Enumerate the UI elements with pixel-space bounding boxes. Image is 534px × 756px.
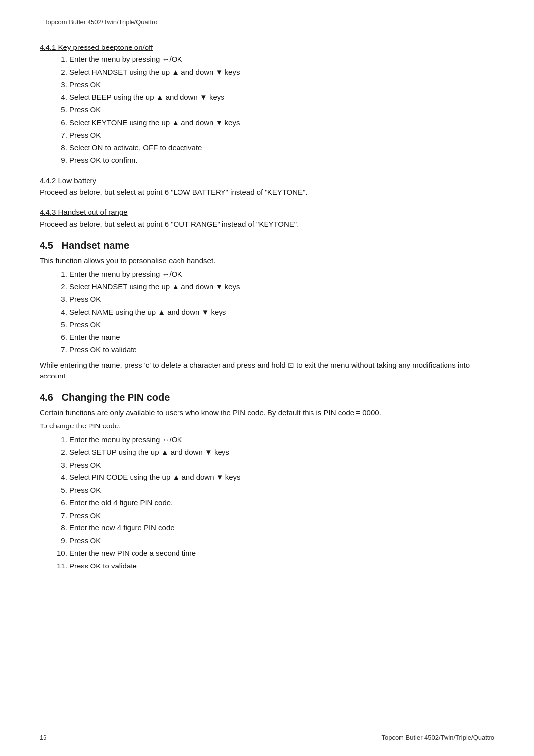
- list-item: Press OK to validate: [69, 344, 494, 356]
- list-item: Press OK: [69, 319, 494, 331]
- list-item: Select NAME using the up ▲ and down ▼ ke…: [69, 307, 494, 318]
- section-443: 4.4.3 Handset out of range Proceed as be…: [40, 208, 494, 230]
- list-item: Press OK to validate: [69, 561, 494, 572]
- list-item: Press OK: [69, 79, 494, 91]
- list-item: Enter the menu by pressing ↔/OK: [69, 269, 494, 280]
- list-item: Press OK: [69, 460, 494, 471]
- section-46-steps: Enter the menu by pressing ↔/OK Select S…: [69, 434, 494, 572]
- list-item: Press OK: [69, 535, 494, 547]
- section-442-body: Proceed as before, but select at point 6…: [40, 187, 494, 198]
- section-441-steps: Enter the menu by pressing ↔/OK Select H…: [69, 54, 494, 166]
- list-item: Select SETUP using the up ▲ and down ▼ k…: [69, 447, 494, 458]
- list-item: Select KEYTONE using the up ▲ and down ▼…: [69, 117, 494, 129]
- section-46-heading: 4.6 Changing the PIN code: [40, 392, 494, 403]
- section-45-steps: Enter the menu by pressing ↔/OK Select H…: [69, 269, 494, 356]
- list-item: Select HANDSET using the up ▲ and down ▼…: [69, 282, 494, 293]
- list-item: Enter the menu by pressing ↔/OK: [69, 54, 494, 65]
- section-442: 4.4.2 Low battery Proceed as before, but…: [40, 176, 494, 198]
- section-46-intro2: To change the PIN code:: [40, 421, 494, 432]
- list-item: Enter the new PIN code a second time: [69, 548, 494, 559]
- page: Topcom Butler 4502/Twin/Triple/Quattro 4…: [0, 0, 534, 756]
- footer-title: Topcom Butler 4502/Twin/Triple/Quattro: [381, 734, 494, 741]
- section-441: 4.4.1 Key pressed beeptone on/off Enter …: [40, 43, 494, 166]
- section-45-heading: 4.5 Handset name: [40, 240, 494, 251]
- section-45-intro: This function allows you to personalise …: [40, 255, 494, 267]
- section-45: 4.5 Handset name This function allows yo…: [40, 240, 494, 382]
- list-item: Press OK to confirm.: [69, 155, 494, 166]
- page-footer: 16 Topcom Butler 4502/Twin/Triple/Quattr…: [40, 734, 494, 741]
- list-item: Select PIN CODE using the up ▲ and down …: [69, 472, 494, 483]
- footer-page-number: 16: [40, 734, 46, 741]
- list-item: Enter the menu by pressing ↔/OK: [69, 434, 494, 446]
- list-item: Select ON to activate, OFF to deactivate: [69, 142, 494, 154]
- list-item: Press OK: [69, 510, 494, 521]
- section-441-heading: 4.4.1 Key pressed beeptone on/off: [40, 43, 494, 51]
- header-title: Topcom Butler 4502/Twin/Triple/Quattro: [44, 18, 158, 26]
- section-46-intro1: Certain functions are only available to …: [40, 407, 494, 419]
- list-item: Enter the old 4 figure PIN code.: [69, 497, 494, 509]
- list-item: Select HANDSET using the up ▲ and down ▼…: [69, 67, 494, 78]
- list-item: Press OK: [69, 104, 494, 116]
- section-442-heading: 4.4.2 Low battery: [40, 176, 494, 185]
- list-item: Press OK: [69, 485, 494, 496]
- list-item: Enter the new 4 figure PIN code: [69, 522, 494, 534]
- section-443-heading: 4.4.3 Handset out of range: [40, 208, 494, 216]
- section-443-body: Proceed as before, but select at point 6…: [40, 219, 494, 230]
- list-item: Press OK: [69, 294, 494, 305]
- list-item: Select BEEP using the up ▲ and down ▼ ke…: [69, 92, 494, 103]
- list-item: Press OK: [69, 130, 494, 141]
- section-46: 4.6 Changing the PIN code Certain functi…: [40, 392, 494, 572]
- list-item: Enter the name: [69, 332, 494, 343]
- section-45-note: While entering the name, press 'c' to de…: [40, 360, 494, 382]
- header-bar: Topcom Butler 4502/Twin/Triple/Quattro: [40, 15, 494, 29]
